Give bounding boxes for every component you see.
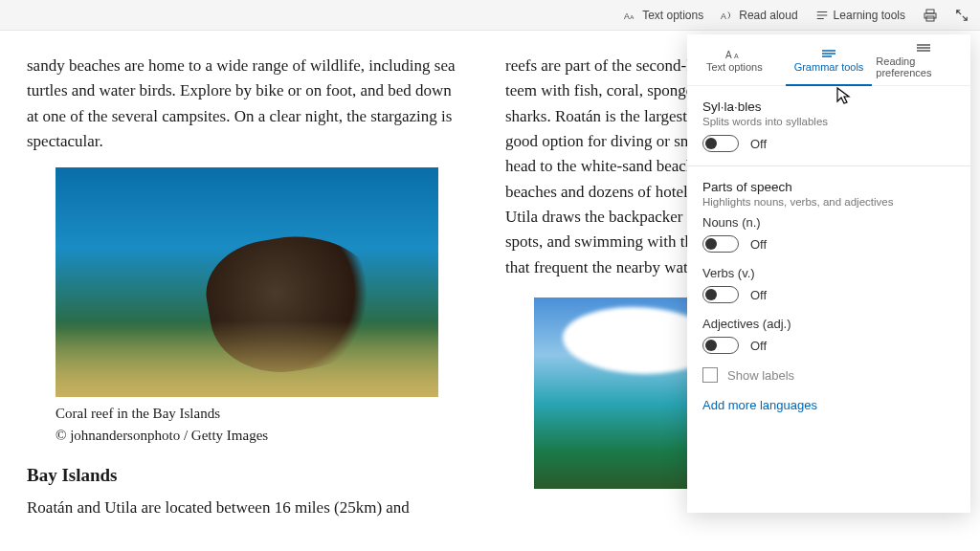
section-heading: Bay Islands — [27, 465, 467, 486]
tab-label: Reading preferences — [876, 55, 970, 78]
svg-text:A: A — [734, 53, 739, 59]
verbs-state: Off — [750, 288, 767, 302]
article-paragraph: sandy beaches are home to a wide range o… — [27, 54, 467, 154]
expand-icon — [955, 9, 969, 22]
show-labels-checkbox[interactable] — [702, 367, 718, 383]
svg-text:A: A — [630, 12, 635, 19]
svg-text:A: A — [721, 11, 726, 20]
toolbar-label: Read aloud — [739, 9, 797, 22]
adjectives-toggle[interactable] — [702, 337, 739, 354]
syllables-toggle-row: Off — [702, 135, 955, 152]
syllables-toggle[interactable] — [702, 135, 739, 152]
nouns-toggle[interactable] — [702, 235, 739, 253]
adjectives-label: Adjectives (adj.) — [702, 317, 955, 331]
divider — [687, 165, 970, 166]
show-labels-text: Show labels — [727, 368, 794, 383]
preferences-icon — [915, 42, 932, 54]
speaker-icon: A — [721, 9, 734, 22]
panel-tabs: AA Text options Grammar tools Reading pr… — [687, 34, 970, 86]
syllables-desc: Splits words into syllables — [702, 116, 955, 127]
tab-grammar-tools[interactable]: Grammar tools — [782, 34, 877, 85]
figure-1: Coral reef in the Bay Islands © johnande… — [56, 167, 467, 446]
grammar-icon — [820, 48, 837, 59]
show-labels-row[interactable]: Show labels — [702, 367, 955, 383]
text-size-icon: AA — [725, 48, 743, 59]
add-more-languages-link[interactable]: Add more languages — [702, 398, 955, 412]
verbs-toggle[interactable] — [702, 286, 739, 303]
svg-text:A: A — [725, 50, 732, 59]
text-options-button[interactable]: AA Text options — [624, 9, 703, 22]
tab-label: Grammar tools — [794, 61, 864, 73]
adjectives-state: Off — [750, 339, 767, 353]
figure-caption: Coral reef in the Bay Islands © johnande… — [56, 403, 467, 446]
article-paragraph: Roatán and Utila are located between 16 … — [27, 496, 467, 520]
svg-rect-3 — [926, 10, 934, 13]
tab-text-options[interactable]: AA Text options — [687, 34, 782, 85]
syllables-title: Syl·la·bles — [702, 99, 955, 114]
verbs-toggle-row: Off — [702, 286, 955, 303]
read-aloud-button[interactable]: A Read aloud — [721, 9, 797, 22]
learning-tools-panel: AA Text options Grammar tools Reading pr… — [687, 34, 970, 513]
tab-reading-preferences[interactable]: Reading preferences — [876, 34, 970, 85]
svg-text:A: A — [624, 11, 630, 20]
text-size-icon: AA — [624, 9, 637, 22]
toolbar-label: Learning tools — [834, 9, 905, 22]
nouns-state: Off — [750, 237, 767, 252]
lines-icon — [815, 9, 829, 22]
tab-label: Text options — [706, 61, 763, 73]
print-button[interactable] — [923, 8, 938, 23]
syllables-state: Off — [750, 137, 767, 151]
cursor-icon — [835, 86, 854, 105]
pos-desc: Highlights nouns, verbs, and adjectives — [702, 196, 955, 208]
caption-line: © johnandersonphoto / Getty Images — [56, 425, 467, 447]
caption-line: Coral reef in the Bay Islands — [56, 403, 467, 425]
pos-title: Parts of speech — [702, 180, 955, 194]
column-left: sandy beaches are home to a wide range o… — [27, 54, 467, 551]
top-toolbar: AA Text options A Read aloud Learning to… — [0, 0, 980, 31]
learning-tools-button[interactable]: Learning tools — [815, 9, 905, 22]
print-icon — [923, 8, 938, 23]
fullscreen-button[interactable] — [955, 9, 969, 22]
nouns-label: Nouns (n.) — [702, 215, 955, 230]
nouns-toggle-row: Off — [702, 235, 955, 253]
verbs-label: Verbs (v.) — [702, 266, 955, 280]
coral-reef-image — [56, 167, 438, 397]
panel-body: Syl·la·bles Splits words into syllables … — [687, 86, 970, 412]
toolbar-label: Text options — [642, 9, 703, 22]
adjectives-toggle-row: Off — [702, 337, 955, 354]
